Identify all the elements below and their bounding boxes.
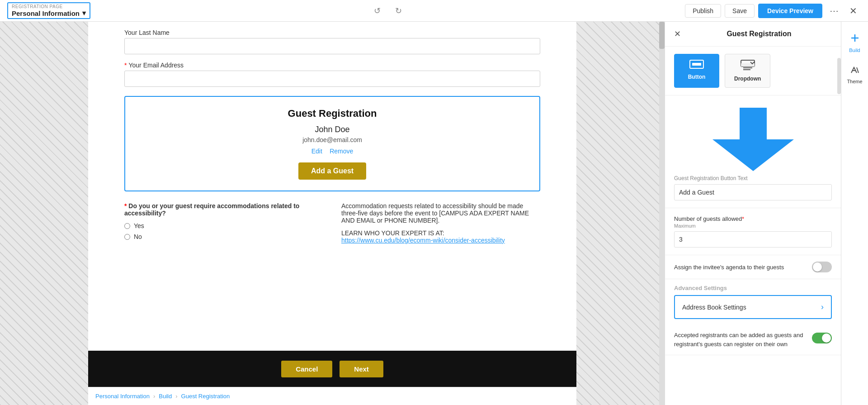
main-area: Your Last Name * Your Email Address Gues… (0, 22, 868, 405)
learn-more-text: LEARN WHO YOUR EXPERT IS AT: https://www… (341, 229, 540, 244)
build-icon (849, 33, 860, 46)
build-sidebar-label: Build (849, 48, 860, 53)
canvas-scrollbar[interactable] (659, 22, 665, 405)
address-book-label: Address Book Settings (682, 304, 746, 311)
chevron-right-icon: › (821, 302, 824, 312)
guest-user-email: john.doe@email.com (140, 136, 525, 143)
advanced-settings-section: Advanced Settings Address Book Settings … (665, 279, 841, 324)
device-preview-button[interactable]: Device Preview (758, 4, 822, 18)
guest-registration-box: Guest Registration John Doe john.doe@ema… (124, 96, 540, 191)
remove-guest-link[interactable]: Remove (330, 148, 353, 155)
radio-yes[interactable]: Yes (124, 222, 323, 229)
guest-user-name: John Doe (140, 125, 525, 134)
svg-line-11 (857, 67, 859, 73)
assign-agenda-row: Assign the invitee's agenda to their gue… (665, 255, 841, 279)
panel-scrollbar[interactable] (837, 22, 841, 405)
right-sidebar: Build Theme (841, 22, 868, 405)
build-sidebar-button[interactable]: Build (841, 29, 868, 57)
page-selector[interactable]: REGISTRATION PAGE Personal Information ▾ (7, 2, 90, 19)
theme-sidebar-label: Theme (847, 79, 862, 84)
reg-page-label: REGISTRATION PAGE (12, 4, 86, 9)
maximum-label: Maximum (674, 223, 832, 229)
accepted-registrants-toggle[interactable] (812, 333, 832, 343)
dropdown-type-label: Dropdown (734, 76, 761, 82)
dropdown-icon-shape (741, 60, 755, 73)
email-input[interactable] (124, 71, 540, 87)
undo-button[interactable]: ↺ (370, 4, 384, 18)
svg-rect-1 (692, 63, 701, 66)
next-button[interactable]: Next (340, 361, 383, 377)
canvas-content: Your Last Name * Your Email Address Gues… (88, 22, 576, 249)
theme-icon (849, 64, 860, 77)
component-types: Button Dropdown (665, 47, 841, 95)
assign-agenda-label: Assign the invitee's agenda to their gue… (674, 264, 807, 271)
topbar: REGISTRATION PAGE Personal Information ▾… (0, 0, 868, 22)
panel-header: ✕ Guest Registration (665, 22, 841, 47)
publish-button[interactable]: Publish (685, 4, 721, 18)
guest-reg-title: Guest Registration (140, 108, 525, 119)
canvas-inner: Your Last Name * Your Email Address Gues… (88, 22, 576, 405)
svg-rect-6 (740, 108, 767, 139)
guest-actions: Edit Remove (140, 147, 525, 155)
accessibility-question: * Do you or your guest require accommoda… (124, 202, 323, 217)
button-text-label: Guest Registration Button Text (674, 175, 832, 181)
button-type-label: Button (688, 74, 706, 80)
redo-button[interactable]: ↻ (392, 4, 406, 18)
guests-number-label: Number of guests allowed* (674, 215, 832, 222)
toolbar-center: ↺ ↻ (90, 4, 685, 18)
maximum-input[interactable] (674, 231, 832, 248)
panel-close-button[interactable]: ✕ (674, 29, 681, 39)
arrow-svg (708, 108, 798, 171)
edit-guest-link[interactable]: Edit (311, 148, 322, 155)
toolbar-right: Publish Save Device Preview ⋯ ✕ (685, 4, 861, 18)
page-title-display: Personal Information ▾ (12, 9, 86, 17)
assign-agenda-toggle[interactable] (812, 262, 832, 272)
canvas-scrollbar-thumb[interactable] (659, 22, 665, 49)
accepted-registrants-row: Accepted registrants can be added as gue… (665, 324, 841, 355)
address-book-settings-row[interactable]: Address Book Settings › (674, 295, 832, 319)
add-guest-button[interactable]: Add a Guest (298, 162, 366, 180)
button-icon (689, 60, 704, 71)
breadcrumb: Personal Information › Build › Guest Reg… (88, 387, 576, 405)
last-name-input[interactable] (124, 38, 540, 54)
email-label: * Your Email Address (124, 62, 540, 69)
button-text-section: Guest Registration Button Text (665, 168, 841, 208)
save-button[interactable]: Save (725, 4, 755, 18)
panel-title: Guest Registration (686, 30, 832, 38)
accepted-registrants-label: Accepted registrants can be added as gue… (674, 331, 807, 348)
svg-marker-7 (712, 139, 794, 171)
panel-scrollbar-thumb[interactable] (837, 58, 841, 94)
accessibility-left: * Do you or your guest require accommoda… (124, 202, 323, 249)
dropdown-icon: ▾ (82, 9, 86, 17)
bottom-bar: Cancel Next (88, 351, 576, 387)
accessibility-section: * Do you or your guest require accommoda… (124, 202, 540, 249)
assign-agenda-knob (813, 262, 822, 272)
accessibility-info: Accommodation requests related to access… (341, 202, 540, 224)
close-button[interactable]: ✕ (846, 4, 861, 18)
canvas: Your Last Name * Your Email Address Gues… (0, 22, 665, 405)
dropdown-type-btn[interactable]: Dropdown (725, 54, 770, 88)
breadcrumb-guest-reg[interactable]: Guest Registration (181, 393, 230, 400)
button-type-btn[interactable]: Button (674, 54, 719, 88)
more-options-button[interactable]: ⋯ (826, 4, 842, 18)
cancel-button[interactable]: Cancel (281, 361, 332, 377)
theme-sidebar-button[interactable]: Theme (841, 60, 868, 88)
accessibility-right: Accommodation requests related to access… (341, 202, 540, 249)
advanced-settings-title: Advanced Settings (674, 285, 832, 291)
right-panel: ✕ Guest Registration Button (665, 22, 841, 405)
last-name-label: Your Last Name (124, 29, 540, 36)
breadcrumb-personal-info[interactable]: Personal Information (95, 393, 150, 400)
learn-more-link[interactable]: https://www.cu.edu/blog/ecomm-wiki/consi… (341, 237, 505, 244)
accepted-registrants-knob (822, 334, 831, 343)
arrow-graphic (674, 108, 832, 171)
button-text-input[interactable] (674, 184, 832, 200)
guests-section: Number of guests allowed* Maximum (665, 208, 841, 255)
radio-no[interactable]: No (124, 233, 323, 240)
breadcrumb-build[interactable]: Build (159, 393, 172, 400)
